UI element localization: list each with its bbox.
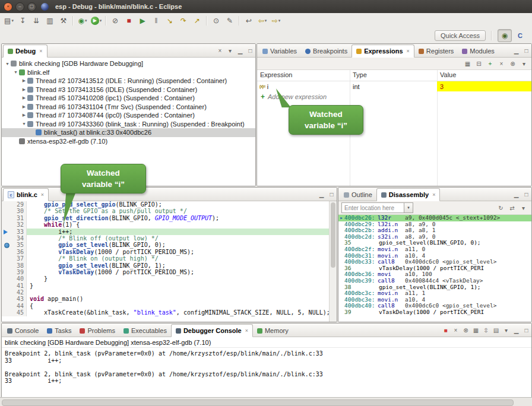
maximize-icon[interactable]: □: [521, 325, 531, 335]
tab-tasks[interactable]: Tasks: [43, 325, 75, 337]
layout-icon[interactable]: ▦: [463, 59, 473, 69]
code-line[interactable]: 44{: [2, 303, 337, 309]
code-line[interactable]: 36 vTaskDelay(1000 / portTICK_PERIOD_MS)…: [2, 249, 337, 255]
bottom-scrollbar[interactable]: [0, 397, 532, 406]
close-button[interactable]: ×: [4, 2, 12, 11]
open-console-icon[interactable]: ▤: [491, 325, 501, 335]
tab-registers[interactable]: Registers: [414, 45, 458, 57]
annotation-margin[interactable]: [2, 296, 11, 302]
quick-access-button[interactable]: Quick Access: [435, 30, 486, 41]
minimize-icon[interactable]: ▁: [235, 46, 245, 56]
column-header-value[interactable]: Value: [437, 70, 531, 81]
remove-all-launches-icon[interactable]: ⊗: [461, 325, 471, 335]
save-icon[interactable]: ↧: [16, 14, 29, 27]
new-wizard-icon[interactable]: ▤▾: [2, 14, 15, 27]
tab-problems[interactable]: Problems: [75, 325, 119, 337]
code-line[interactable]: 31 gpio_set_direction(BLINK_GPIO, GPIO_M…: [2, 215, 337, 221]
step-over-icon[interactable]: ↷: [177, 14, 190, 27]
tree-item[interactable]: ▶Thread #2 1073413512 (IDLE : Running) (…: [2, 77, 255, 85]
console-output[interactable]: Breakpoint 2, blink_task (pvParameter=0x…: [2, 348, 531, 397]
code-line[interactable]: 40 }: [2, 275, 337, 282]
expander-icon[interactable]: ▶: [21, 113, 27, 118]
scroll-lock-icon[interactable]: ⇳: [481, 325, 491, 335]
code-line[interactable]: 41}: [2, 283, 337, 289]
stop-icon[interactable]: ■: [122, 14, 135, 27]
tree-item[interactable]: blink_task() at blink.c:33 0x400dbc26: [2, 128, 255, 137]
maximize-icon[interactable]: □: [521, 46, 531, 56]
close-icon[interactable]: ×: [245, 328, 248, 334]
annotation-margin[interactable]: [2, 235, 11, 242]
remove-all-terminated-icon[interactable]: ×: [215, 46, 225, 56]
maximize-button[interactable]: ▢: [27, 2, 36, 11]
debug-icon[interactable]: ◉▾: [76, 14, 89, 27]
code-line[interactable]: 35 gpio_set_level(BLINK_GPIO, 0);: [2, 242, 337, 248]
step-into-icon[interactable]: ↘: [163, 14, 176, 27]
annotation-margin[interactable]: [2, 289, 11, 296]
tab-variables[interactable]: Variables: [258, 45, 301, 57]
tab-modules[interactable]: Modules: [458, 45, 499, 57]
expression-row[interactable]: (x)=iint3: [257, 81, 531, 91]
maximize-icon[interactable]: □: [327, 189, 337, 199]
close-icon[interactable]: ×: [39, 48, 42, 54]
disassembly-line[interactable]: 400dbc33:call80x400dc6c0 <gpio_set_level…: [338, 259, 531, 265]
code-line[interactable]: 30 /* Set the GPIO as a push/pull output…: [2, 208, 337, 214]
resume-icon[interactable]: ▶: [136, 14, 149, 27]
minimize-icon[interactable]: ▁: [511, 189, 521, 199]
scrollbar-thumb[interactable]: [2, 399, 514, 406]
print-icon[interactable]: ▥: [43, 14, 56, 27]
save-all-icon[interactable]: ⇊: [30, 14, 43, 27]
annotation-margin[interactable]: [2, 309, 11, 316]
location-combo[interactable]: Enter location here ▾: [341, 202, 413, 213]
code-line[interactable]: 45 xTaskCreate(&blink_task, "blink_task"…: [2, 309, 337, 316]
disassembly-line[interactable]: 400dbc39:call80x400844c4 <vTaskDelay>: [338, 278, 531, 284]
location-input[interactable]: Enter location here: [342, 205, 404, 211]
code-line[interactable]: 38 gpio_set_level(BLINK_GPIO, 1);: [2, 262, 337, 269]
remove-launch-icon[interactable]: ×: [451, 325, 461, 335]
code-line[interactable]: 34 /* Blink off (output low) */: [2, 235, 337, 242]
collapse-all-icon[interactable]: ⊟: [474, 59, 484, 69]
back-icon[interactable]: ⇦▾: [256, 14, 269, 27]
annotation-margin[interactable]: [2, 215, 11, 221]
tree-item[interactable]: ▶Thread #5 1073410208 (ipc1) (Suspended …: [2, 94, 255, 103]
disassembly-line[interactable]: 400dbc2f:movi.na11, 0: [338, 246, 531, 253]
tab-memory[interactable]: Memory: [253, 325, 293, 337]
build-icon[interactable]: ⚒: [57, 14, 70, 27]
maximize-icon[interactable]: □: [521, 189, 531, 199]
suspend-icon[interactable]: ‖: [150, 14, 163, 27]
disassembly-line[interactable]: ▶400dbc26:l32ra9, 0x400d045c <_stext+109…: [338, 215, 531, 221]
expander-icon[interactable]: ▼: [21, 122, 27, 126]
cpp-perspective-button[interactable]: C: [513, 29, 527, 42]
run-icon[interactable]: ▶▾: [90, 14, 103, 27]
tree-item[interactable]: ▶Thread #3 1073413156 (IDLE) (Suspended …: [2, 85, 255, 94]
annotation-margin[interactable]: [2, 208, 11, 214]
scrollbar-thumb[interactable]: [331, 202, 335, 268]
annotation-margin[interactable]: [2, 221, 11, 228]
step-return-icon[interactable]: ↗: [191, 14, 204, 27]
expander-icon[interactable]: ▶: [21, 78, 27, 83]
skip-breakpoints-icon[interactable]: ⊘: [109, 14, 122, 27]
disassembly-line[interactable]: 400dbc40:call80x400dc6c0 <gpio_set_level…: [338, 303, 531, 309]
close-icon[interactable]: ×: [41, 192, 44, 198]
tab-debugger-console[interactable]: Debugger Console×: [171, 324, 253, 337]
expander-icon[interactable]: ▼: [12, 70, 19, 74]
edit-icon[interactable]: ✎: [223, 14, 236, 27]
minimize-button[interactable]: –: [15, 2, 24, 11]
annotation-margin[interactable]: [2, 275, 11, 282]
code-line[interactable]: 42: [2, 289, 337, 296]
expander-icon[interactable]: ▶: [21, 104, 27, 109]
annotation-margin[interactable]: [2, 262, 11, 269]
code-line[interactable]: 32 while(1) {: [2, 221, 337, 228]
view-menu-icon[interactable]: ▾: [225, 46, 235, 56]
tab-breakpoints[interactable]: Breakpoints: [301, 45, 352, 57]
tab-blink-c[interactable]: cblink.c×: [3, 188, 49, 201]
annotation-margin[interactable]: [2, 242, 11, 248]
search-icon[interactable]: ⊙: [210, 14, 223, 27]
tab-expressions[interactable]: Expressions×: [352, 45, 414, 58]
display-console-menu-icon[interactable]: ▾: [501, 325, 511, 335]
disassembly-line[interactable]: 400dbc2d:s32i.na8, a9, 0: [338, 234, 531, 240]
minimize-icon[interactable]: ▁: [316, 189, 327, 199]
expander-icon[interactable]: ▼: [4, 62, 11, 66]
tab-executables[interactable]: Executables: [119, 325, 171, 337]
close-icon[interactable]: ×: [407, 48, 410, 54]
annotation-margin[interactable]: [2, 269, 11, 275]
